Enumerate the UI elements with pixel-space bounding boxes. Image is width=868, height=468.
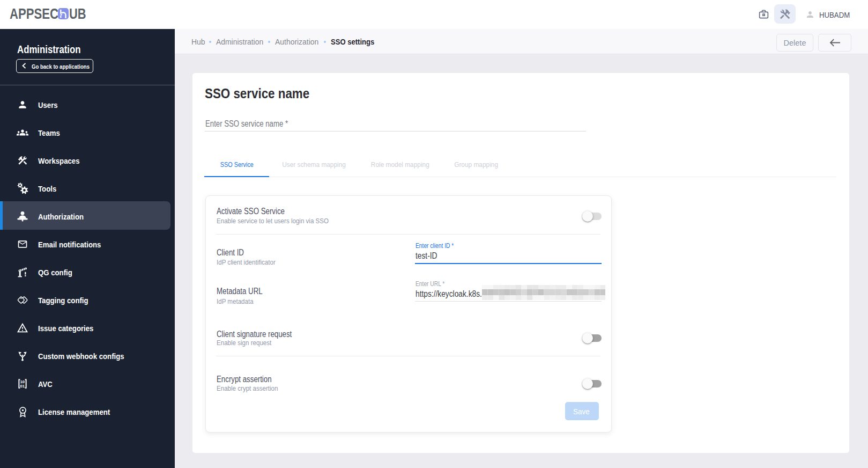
svg-text:01: 01	[20, 384, 25, 389]
